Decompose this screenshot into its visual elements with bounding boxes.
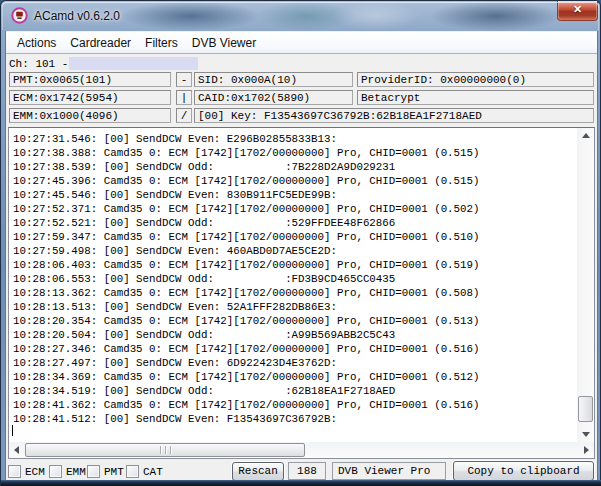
rescan-button[interactable]: Rescan xyxy=(232,462,284,481)
log-line: 10:28:13.362: Camd35 0: ECM [1742][1702/… xyxy=(13,286,594,300)
app-window: ACamd v0.6.2.0 ✕ Actions Cardreader Filt… xyxy=(0,0,601,486)
status-spinner: | xyxy=(176,90,192,105)
channel-label: Ch: 101 - xyxy=(9,58,68,70)
cat-filter-checkbox[interactable] xyxy=(126,465,139,478)
log-line: 10:28:27.497: [00] SendDCW Even: 6D92242… xyxy=(13,356,594,370)
pmt-filter-group: PMT xyxy=(87,464,124,479)
menu-filters[interactable]: Filters xyxy=(138,34,185,52)
emm-filter-checkbox[interactable] xyxy=(49,465,62,478)
channel-selection-highlight xyxy=(69,57,198,70)
menu-dvb-viewer[interactable]: DVB Viewer xyxy=(185,34,263,52)
scroll-right-arrow[interactable] xyxy=(579,442,594,458)
titlebar-glass-blob xyxy=(431,1,561,31)
pmt-field: PMT:0x0065(101) xyxy=(9,72,171,87)
viewer-status-field: DVB Viewer Pro xyxy=(332,462,446,480)
titlebar-glass-blob xyxy=(331,1,421,31)
menu-actions[interactable]: Actions xyxy=(10,34,63,52)
log-line: 10:28:20.354: Camd35 0: ECM [1742][1702/… xyxy=(13,314,594,328)
horizontal-scrollbar[interactable] xyxy=(9,442,594,458)
close-icon: ✕ xyxy=(558,3,597,16)
app-icon xyxy=(11,7,28,24)
emm-filter-group: EMM xyxy=(49,464,86,479)
status-spinner: - xyxy=(176,72,192,87)
pmt-filter-label: PMT xyxy=(104,466,124,478)
log-line: 10:28:27.346: Camd35 0: ECM [1742][1702/… xyxy=(13,342,594,356)
log-line: 10:27:52.521: [00] SendDCW Odd: :529FFDE… xyxy=(13,216,594,230)
close-button[interactable]: ✕ xyxy=(557,1,598,21)
text-caret xyxy=(12,425,13,436)
key-field: [00] Key: F13543697C36792B:62B18EA1F2718… xyxy=(194,108,594,123)
sid-field: SID: 0x000A(10) xyxy=(194,72,353,87)
log-line: 10:28:06.553: [00] SendDCW Odd: :FD3B9CD… xyxy=(13,272,594,286)
log-line: 10:27:38.388: Camd35 0: ECM [1742][1702/… xyxy=(13,146,594,160)
vertical-scrollbar[interactable] xyxy=(577,128,594,442)
vertical-scrollbar-thumb[interactable] xyxy=(578,396,593,422)
titlebar-glass-blob xyxy=(121,1,261,31)
log-line: 10:28:41.512: [00] SendDCW Even: F135436… xyxy=(13,412,594,426)
copy-to-clipboard-button[interactable]: Copy to clipboard xyxy=(453,461,594,481)
caid-field: CAID:0x1702(5890) xyxy=(194,90,353,105)
triangle-down-icon xyxy=(582,432,590,437)
ecm-filter-label: ECM xyxy=(25,466,45,478)
provider-id-field: ProviderID: 0x00000000(0) xyxy=(357,72,594,87)
scroll-left-arrow[interactable] xyxy=(9,442,24,458)
pmt-filter-checkbox[interactable] xyxy=(87,465,100,478)
menu-bar: Actions Cardreader Filters DVB Viewer xyxy=(6,32,597,54)
ecm-filter-checkbox[interactable] xyxy=(8,465,21,478)
log-line: 10:27:52.371: Camd35 0: ECM [1742][1702/… xyxy=(13,202,594,216)
log-line: 10:28:06.403: Camd35 0: ECM [1742][1702/… xyxy=(13,258,594,272)
emm-field: EMM:0x1000(4096) xyxy=(9,108,171,123)
cat-filter-label: CAT xyxy=(143,466,163,478)
log-line: 10:27:45.546: [00] SendDCW Even: 830B911… xyxy=(13,188,594,202)
ca-system-field: Betacrypt xyxy=(357,90,594,105)
log-line: 10:28:20.504: [00] SendDCW Odd: :A99B569… xyxy=(13,328,594,342)
titlebar-glass-blob xyxy=(256,1,356,31)
log-line: 10:27:31.546: [00] SendDCW Even: E296B02… xyxy=(13,132,594,146)
ecm-filter-group: ECM xyxy=(8,464,45,479)
log-line: 10:28:34.369: Camd35 0: ECM [1742][1702/… xyxy=(13,370,594,384)
log-line: 10:27:38.539: [00] SendDCW Odd: :7B228D2… xyxy=(13,160,594,174)
status-spinner: / xyxy=(176,108,192,123)
log-line: 10:27:59.347: Camd35 0: ECM [1742][1702/… xyxy=(13,230,594,244)
log-line: 10:28:41.362: Camd35 0: ECM [1742][1702/… xyxy=(13,398,594,412)
log-line: 10:27:45.396: Camd35 0: ECM [1742][1702/… xyxy=(13,174,594,188)
log-line: 10:27:59.498: [00] SendDCW Even: 460ABD0… xyxy=(13,244,594,258)
horizontal-scrollbar-thumb[interactable] xyxy=(25,443,305,457)
ecm-count-field: 188 xyxy=(288,462,326,480)
cat-filter-group: CAT xyxy=(126,464,163,479)
triangle-right-icon xyxy=(584,446,589,454)
titlebar[interactable]: ACamd v0.6.2.0 ✕ xyxy=(1,1,601,31)
log-line: 10:28:34.519: [00] SendDCW Odd: :62B18EA… xyxy=(13,384,594,398)
scroll-down-arrow[interactable] xyxy=(577,427,594,442)
log-area[interactable]: 10:27:31.546: [00] SendDCW Even: E296B02… xyxy=(8,127,595,459)
scroll-up-arrow[interactable] xyxy=(577,128,594,143)
window-title: ACamd v0.6.2.0 xyxy=(34,9,120,23)
window-bottom-edge xyxy=(1,480,601,486)
log-line: 10:28:13.513: [00] SendDCW Even: 52A1FFF… xyxy=(13,300,594,314)
ecm-field: ECM:0x1742(5954) xyxy=(9,90,171,105)
triangle-up-icon xyxy=(582,133,590,138)
triangle-left-icon xyxy=(14,446,19,454)
emm-filter-label: EMM xyxy=(66,466,86,478)
menu-cardreader[interactable]: Cardreader xyxy=(63,34,138,52)
